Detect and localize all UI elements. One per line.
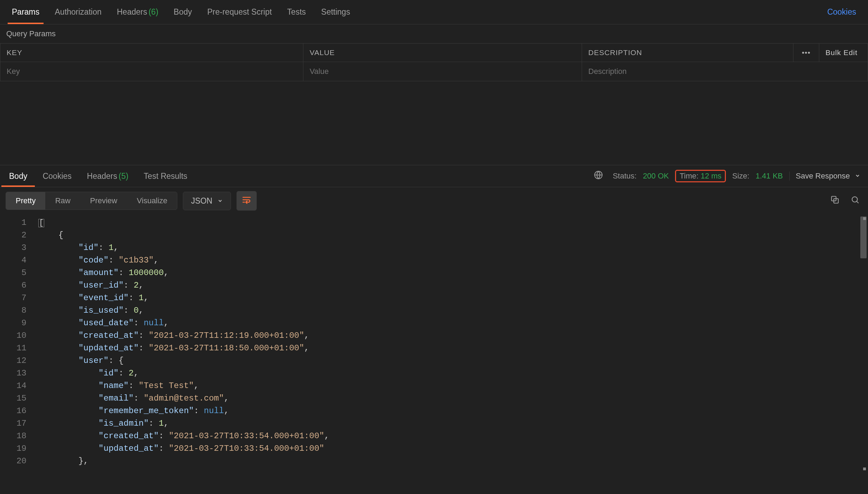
response-tab-body[interactable]: Body: [1, 165, 35, 187]
more-icon: •••: [802, 48, 811, 56]
chevron-down-icon: [217, 196, 223, 206]
response-format-label: JSON: [191, 196, 212, 206]
key-input[interactable]: [7, 67, 297, 76]
tab-headers-count: (6): [148, 7, 158, 17]
bulk-edit-button[interactable]: Bulk Edit: [819, 44, 868, 62]
tab-body[interactable]: Body: [166, 0, 200, 24]
line-wrap-button[interactable]: [237, 191, 257, 211]
query-params-title: Query Params: [0, 24, 868, 43]
column-options-button[interactable]: •••: [793, 44, 819, 62]
tab-headers[interactable]: Headers (6): [109, 0, 166, 24]
tab-settings[interactable]: Settings: [313, 0, 358, 24]
view-mode-raw[interactable]: Raw: [45, 192, 80, 210]
search-icon: [851, 197, 860, 206]
response-tab-headers-count: (5): [118, 172, 128, 181]
column-header-value: VALUE: [303, 44, 582, 62]
status-label: Status:: [613, 172, 636, 181]
response-code: [ { "id": 1, "code": "c1b33", "amount": …: [31, 214, 868, 469]
response-format-select[interactable]: JSON: [183, 192, 231, 210]
response-tab-bar: Body Cookies Headers (5) Test Results St…: [0, 165, 868, 187]
scrollbar-marker: [863, 468, 866, 470]
response-view-toolbar: Pretty Raw Preview Visualize JSON: [0, 187, 868, 214]
query-params-table: KEY VALUE DESCRIPTION ••• Bulk Edit: [0, 43, 868, 81]
response-time: Time: 12 ms: [675, 170, 726, 182]
response-status-block: Status: 200 OK Time: 12 ms Size: 1.41 KB…: [594, 170, 867, 182]
tab-headers-label: Headers: [117, 7, 147, 17]
network-icon[interactable]: [594, 170, 603, 182]
view-mode-pretty[interactable]: Pretty: [6, 192, 45, 210]
response-tab-headers-label: Headers: [87, 172, 117, 181]
request-tab-bar: Params Authorization Headers (6) Body Pr…: [0, 0, 868, 24]
scrollbar-marker: [863, 217, 866, 220]
tab-authorization[interactable]: Authorization: [47, 0, 109, 24]
tab-pre-request-script[interactable]: Pre-request Script: [200, 0, 279, 24]
response-tab-test-results[interactable]: Test Results: [136, 165, 195, 187]
column-header-key: KEY: [0, 44, 303, 62]
size-value: 1.41 KB: [755, 172, 783, 181]
value-input[interactable]: [310, 67, 575, 76]
svg-point-3: [852, 197, 857, 202]
status-code: 200 OK: [643, 172, 669, 181]
search-response-button[interactable]: [848, 192, 862, 209]
wrap-icon: [242, 197, 251, 206]
size-label: Size:: [732, 172, 749, 181]
scrollbar-thumb[interactable]: [860, 216, 867, 258]
response-tab-cookies[interactable]: Cookies: [35, 165, 79, 187]
view-mode-segmented: Pretty Raw Preview Visualize: [6, 192, 177, 210]
tab-params[interactable]: Params: [4, 0, 47, 24]
copy-icon: [830, 197, 839, 206]
view-mode-preview[interactable]: Preview: [80, 192, 127, 210]
chevron-down-icon: [855, 172, 860, 180]
response-body-viewer[interactable]: 1234567891011121314151617181920 [ { "id"…: [0, 214, 868, 469]
time-label: Time:: [680, 172, 698, 181]
save-response-button[interactable]: Save Response: [789, 172, 860, 181]
description-input[interactable]: [588, 67, 861, 76]
view-mode-visualize[interactable]: Visualize: [127, 192, 177, 210]
vertical-scrollbar[interactable]: [860, 216, 867, 471]
save-response-label: Save Response: [796, 172, 850, 180]
response-tab-headers[interactable]: Headers (5): [79, 165, 136, 187]
line-number-gutter: 1234567891011121314151617181920: [0, 214, 31, 469]
time-value: 12 ms: [700, 172, 721, 181]
table-row: [0, 62, 868, 81]
copy-response-button[interactable]: [828, 192, 842, 209]
column-header-description: DESCRIPTION: [582, 44, 793, 62]
tab-tests[interactable]: Tests: [279, 0, 313, 24]
cookies-link[interactable]: Cookies: [820, 7, 864, 17]
